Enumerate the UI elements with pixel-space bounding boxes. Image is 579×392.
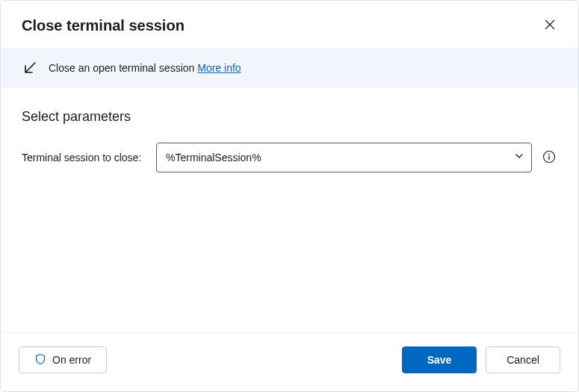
terminal-session-label: Terminal session to close: xyxy=(22,152,147,164)
dialog-title: Close terminal session xyxy=(22,17,185,34)
close-button[interactable] xyxy=(541,16,559,36)
select-value: %TerminalSession% xyxy=(166,152,261,164)
svg-rect-2 xyxy=(548,155,549,159)
close-icon xyxy=(544,19,556,33)
arrow-down-left-icon xyxy=(22,60,38,76)
form-row: Terminal session to close: %TerminalSess… xyxy=(22,143,557,172)
cancel-button[interactable]: Cancel xyxy=(486,346,560,373)
info-icon xyxy=(542,150,556,166)
more-info-link[interactable]: More info xyxy=(197,62,241,74)
terminal-session-select[interactable]: %TerminalSession% xyxy=(156,143,532,172)
dialog-content: Select parameters Terminal session to cl… xyxy=(1,88,578,332)
banner-description: Close an open terminal session xyxy=(49,62,194,74)
section-title: Select parameters xyxy=(22,109,557,125)
save-button[interactable]: Save xyxy=(402,346,477,373)
field-info-button[interactable] xyxy=(541,149,557,167)
on-error-label: On error xyxy=(52,354,91,366)
on-error-button[interactable]: On error xyxy=(19,346,107,373)
dialog-footer: On error Save Cancel xyxy=(1,332,578,391)
footer-right: Save Cancel xyxy=(402,346,560,373)
dialog-header: Close terminal session xyxy=(1,1,578,48)
banner-text-container: Close an open terminal session More info xyxy=(49,62,241,74)
svg-point-1 xyxy=(548,153,550,155)
info-banner: Close an open terminal session More info xyxy=(1,48,578,88)
select-wrapper: %TerminalSession% xyxy=(156,143,532,172)
shield-icon xyxy=(34,353,46,367)
